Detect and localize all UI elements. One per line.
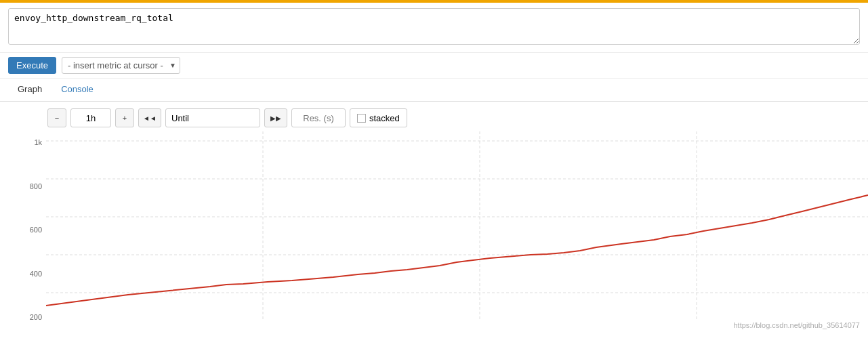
- query-input[interactable]: [8, 8, 860, 45]
- y-label-1k: 1k: [34, 138, 46, 146]
- tabs-bar: Graph Console: [0, 79, 868, 102]
- y-label-600: 600: [30, 226, 46, 234]
- chart-wrap: https://blog.csdn.net/github_35614077: [46, 131, 868, 335]
- chart-line: [46, 195, 868, 306]
- graph-controls: − + ◄◄ ▶▶ stacked: [0, 102, 868, 131]
- stacked-label: stacked: [369, 113, 400, 123]
- graph-area: 1k 800 600 400 200 https://blog.csdn.net…: [0, 131, 868, 335]
- line-chart: [46, 131, 868, 335]
- query-area: [0, 3, 868, 53]
- time-range-input[interactable]: [70, 108, 111, 127]
- y-label-400: 400: [30, 270, 46, 278]
- time-plus-button[interactable]: +: [115, 108, 134, 127]
- metric-select-wrap: - insert metric at cursor - ▼: [62, 57, 180, 74]
- watermark: https://blog.csdn.net/github_35614077: [733, 321, 860, 329]
- stacked-button[interactable]: stacked: [350, 108, 407, 127]
- stacked-checkbox: [357, 114, 366, 123]
- metric-select[interactable]: - insert metric at cursor -: [62, 57, 180, 74]
- time-back-button[interactable]: ◄◄: [138, 108, 161, 127]
- until-input[interactable]: [165, 108, 260, 127]
- toolbar: Execute - insert metric at cursor - ▼: [0, 53, 868, 79]
- tab-graph[interactable]: Graph: [8, 79, 51, 101]
- y-label-200: 200: [30, 313, 46, 321]
- y-label-800: 800: [30, 182, 46, 190]
- time-minus-button[interactable]: −: [47, 108, 66, 127]
- time-forward-button[interactable]: ▶▶: [264, 108, 287, 127]
- execute-button[interactable]: Execute: [8, 57, 56, 74]
- tab-console[interactable]: Console: [51, 79, 103, 101]
- res-input[interactable]: [291, 108, 346, 127]
- y-axis: 1k 800 600 400 200: [0, 131, 46, 335]
